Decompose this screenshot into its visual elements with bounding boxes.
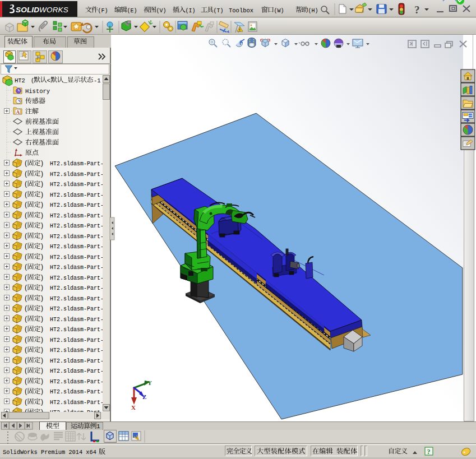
svg-text:HT2.sldasm-Part-: HT2.sldasm-Part- xyxy=(50,161,104,167)
svg-text:_: _ xyxy=(63,77,68,84)
svg-text:SolidWorks Premium 2014 x64: SolidWorks Premium 2014 x64 xyxy=(3,449,96,456)
svg-text:HT2.sldasm-Part-: HT2.sldasm-Part- xyxy=(50,368,104,374)
svg-text:(I): (I) xyxy=(185,8,195,14)
svg-text:<: < xyxy=(47,77,50,84)
svg-text:HT2.sldasm-Part-: HT2.sldasm-Part- xyxy=(50,234,104,240)
svg-text:HT2.sldasm-Part-: HT2.sldasm-Part- xyxy=(50,410,104,416)
svg-text:HT2.sldasm-Part-: HT2.sldasm-Part- xyxy=(50,182,104,188)
svg-text:HT2.sldasm-Part-: HT2.sldasm-Part- xyxy=(50,171,104,178)
svg-text:HT2.sldasm-Part-: HT2.sldasm-Part- xyxy=(50,296,104,302)
svg-text:HT2.sldasm-Part-: HT2.sldasm-Part- xyxy=(50,192,104,198)
svg-text:HT2.sldasm-Part-: HT2.sldasm-Part- xyxy=(50,317,104,323)
svg-text:(T): (T) xyxy=(213,8,223,14)
svg-text:(F): (F) xyxy=(98,8,108,14)
svg-text:(H): (H) xyxy=(308,8,318,14)
svg-text:HT2.sldasm-Part-: HT2.sldasm-Part- xyxy=(50,400,104,406)
svg-text:HT2.sldasm-Part-: HT2.sldasm-Part- xyxy=(50,265,104,271)
svg-text:HT2.sldasm-Part-: HT2.sldasm-Part- xyxy=(50,213,104,219)
svg-text:HT2.sldasm-Part-: HT2.sldasm-Part- xyxy=(50,202,104,208)
svg-text:HT2.sldasm-Part-: HT2.sldasm-Part- xyxy=(50,327,104,333)
svg-text:-1: -1 xyxy=(94,77,101,84)
svg-text:HT2.sldasm-Part-: HT2.sldasm-Part- xyxy=(50,306,104,312)
svg-text:(E): (E) xyxy=(127,8,137,14)
svg-text:HT2.sldasm-Part-: HT2.sldasm-Part- xyxy=(50,254,104,261)
svg-text:HT2.sldasm-Part-: HT2.sldasm-Part- xyxy=(50,337,104,344)
svg-text:(: ( xyxy=(31,77,34,84)
svg-text:HT2.sldasm-Part-: HT2.sldasm-Part- xyxy=(50,223,104,229)
svg-text:(V): (V) xyxy=(156,8,166,14)
svg-text:HT2: HT2 xyxy=(15,77,25,84)
svg-text:Toolbox: Toolbox xyxy=(229,7,253,14)
svg-text:HT2.sldasm-Part-: HT2.sldasm-Part- xyxy=(50,244,104,250)
svg-text:HT2.sldasm-Part-: HT2.sldasm-Part- xyxy=(50,379,104,385)
svg-text:HT2.sldasm-Part-: HT2.sldasm-Part- xyxy=(50,347,104,354)
svg-text:HT2.sldasm-Part-: HT2.sldasm-Part- xyxy=(50,275,104,281)
svg-text:HT2.sldasm-Part-: HT2.sldasm-Part- xyxy=(50,285,104,291)
svg-text:HT2.sldasm-Part-: HT2.sldasm-Part- xyxy=(50,389,104,395)
svg-text:History: History xyxy=(25,88,50,95)
svg-text:1: 1 xyxy=(96,423,100,430)
svg-text:HT2.sldasm-Part-: HT2.sldasm-Part- xyxy=(50,358,104,364)
svg-text:(W): (W) xyxy=(274,8,284,14)
